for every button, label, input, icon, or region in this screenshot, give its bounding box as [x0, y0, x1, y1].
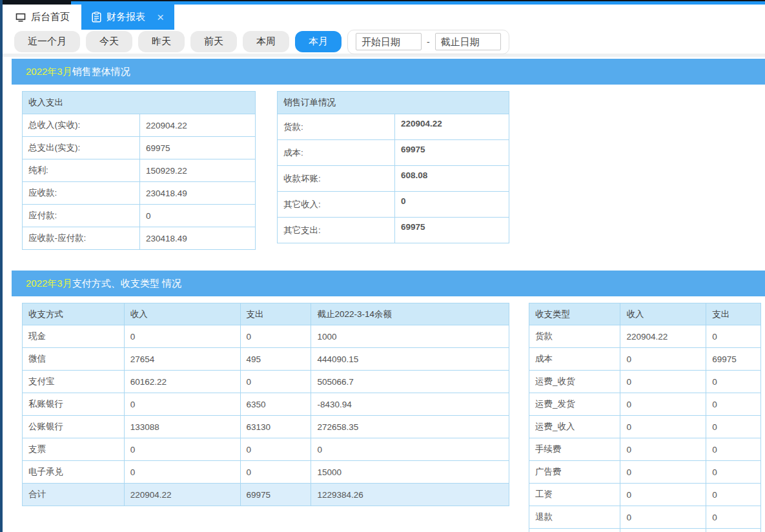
tab-finance-report[interactable]: 财务报表 ×: [81, 5, 174, 30]
tab-backend-home[interactable]: 后台首页: [4, 5, 81, 30]
filter-today[interactable]: 今天: [86, 31, 132, 52]
table-row: 成本069975: [529, 348, 761, 371]
payment-method-table: 收支方式 收入 支出 截止2022-3-14余额 现金001000 微信2765…: [22, 303, 509, 506]
section-title-sales-overview: 2022年3月销售整体情况: [12, 59, 765, 85]
table-row: 应付款:0: [23, 205, 256, 227]
table-row: 支付宝60162.220505066.7: [23, 371, 509, 393]
table-header-row: 收支类型 收入 支出: [529, 303, 761, 325]
table-row: 销售订单情况: [278, 92, 509, 114]
cell: 0: [706, 438, 761, 461]
income-expense-table: 收入支出 总收入(实收):220904.22 总支出(实支):69975 纯利:…: [22, 91, 256, 250]
section1-date: 2022年3月: [26, 66, 72, 78]
cell: 272658.35: [311, 416, 509, 438]
cell: 69975: [706, 348, 761, 371]
cell: 60162.22: [124, 371, 240, 393]
cell: 1000: [311, 325, 509, 348]
cell: 工资: [529, 484, 620, 506]
cell: 69975: [240, 484, 311, 506]
table-row: 其它支出:69975: [278, 218, 509, 243]
table-row: 退款00: [529, 506, 761, 529]
table-row: 电子承兑0015000: [23, 461, 509, 484]
table-row: 微信27654495444090.15: [23, 348, 509, 371]
cell: 0: [706, 416, 761, 438]
table-row-clipped: [529, 529, 761, 532]
start-date-input[interactable]: [356, 33, 422, 50]
cell: 退款: [529, 506, 620, 529]
monitor-icon: [15, 13, 26, 22]
cell: 1229384.26: [311, 484, 509, 506]
cell: 0: [240, 371, 311, 393]
table-row: 运费_收货00: [529, 371, 761, 393]
table-row: 货款220904.220: [529, 325, 761, 348]
table-row: 广告费00: [529, 461, 761, 484]
row-label: 其它支出:: [278, 218, 395, 243]
filter-day-before-yesterday[interactable]: 前天: [190, 31, 237, 52]
cell: 0: [706, 461, 761, 484]
close-icon[interactable]: ×: [157, 11, 164, 23]
cell: 0: [240, 325, 311, 348]
cell: 公账银行: [23, 416, 125, 438]
cell: [706, 529, 761, 532]
date-range-picker: -: [347, 30, 509, 54]
tab-label: 后台首页: [31, 11, 70, 23]
cell: 0: [706, 393, 761, 416]
table-row: 私账银行06350-8430.94: [23, 393, 509, 416]
cell: 0: [620, 438, 706, 461]
table-row: 支票000: [23, 438, 509, 461]
cell: 合计: [23, 484, 125, 506]
row-label: 应收款-应付款:: [23, 227, 140, 250]
end-date-input[interactable]: [435, 33, 501, 50]
cell: 支票: [23, 438, 125, 461]
row-value: 230418.49: [140, 227, 256, 250]
cell: 0: [706, 371, 761, 393]
table-row: 总支出(实支):69975: [23, 137, 256, 159]
filter-this-week[interactable]: 本周: [243, 31, 289, 52]
column-header: 收支类型: [529, 303, 620, 325]
table-row: 纯利:150929.22: [23, 159, 256, 182]
cell: 0: [124, 393, 240, 416]
cell: 495: [240, 348, 311, 371]
table-row: 其它收入:0: [278, 192, 509, 218]
column-header: 截止2022-3-14余额: [311, 303, 509, 325]
section-title-payment-types: 2022年3月支付方式、收支类型 情况: [12, 271, 765, 296]
cell: 运费_发货: [529, 393, 620, 416]
cell: 0: [706, 325, 761, 348]
cell: 手续费: [529, 438, 620, 461]
cell: 0: [620, 416, 706, 438]
cell: 电子承兑: [23, 461, 125, 484]
row-label: 成本:: [278, 140, 395, 166]
tab-label: 财务报表: [107, 11, 145, 23]
cell: 0: [311, 438, 509, 461]
table-row: 现金001000: [23, 325, 509, 348]
table-title: 销售订单情况: [278, 92, 509, 114]
cell: 0: [620, 461, 706, 484]
row-value: 150929.22: [140, 159, 256, 182]
date-separator: -: [427, 37, 430, 47]
filter-this-month[interactable]: 本月: [295, 31, 342, 52]
table-row: 应收款-应付款:230418.49: [23, 227, 256, 250]
column-header: 支出: [706, 303, 761, 325]
cell: 444090.15: [311, 348, 509, 371]
cell: 63130: [240, 416, 311, 438]
section1-title-text: 销售整体情况: [72, 66, 130, 78]
cell: 133088: [124, 416, 240, 438]
row-value: 230418.49: [140, 182, 256, 205]
report-icon: [92, 12, 101, 23]
column-header: 收入: [620, 303, 706, 325]
cell: 私账银行: [23, 393, 125, 416]
row-value: 69975: [395, 218, 509, 243]
cell: 运费_收入: [529, 416, 620, 438]
filter-yesterday[interactable]: 昨天: [138, 31, 185, 52]
table-header-row: 收支方式 收入 支出 截止2022-3-14余额: [23, 303, 509, 325]
row-value: 0: [140, 205, 256, 227]
report-content: 2022年3月销售整体情况 收入支出 总收入(实收):220904.22 总支出…: [3, 57, 765, 532]
tab-bar: 后台首页 财务报表 ×: [3, 0, 765, 30]
column-header: 收入: [124, 303, 240, 325]
row-label: 总收入(实收):: [23, 114, 140, 137]
cell: -8430.94: [311, 393, 509, 416]
table-row: 应收款:230418.49: [23, 182, 256, 205]
cell: 0: [124, 325, 240, 348]
filter-near-month[interactable]: 近一个月: [14, 31, 80, 52]
cell: 220904.22: [620, 325, 706, 348]
section2-date: 2022年3月: [26, 278, 72, 290]
